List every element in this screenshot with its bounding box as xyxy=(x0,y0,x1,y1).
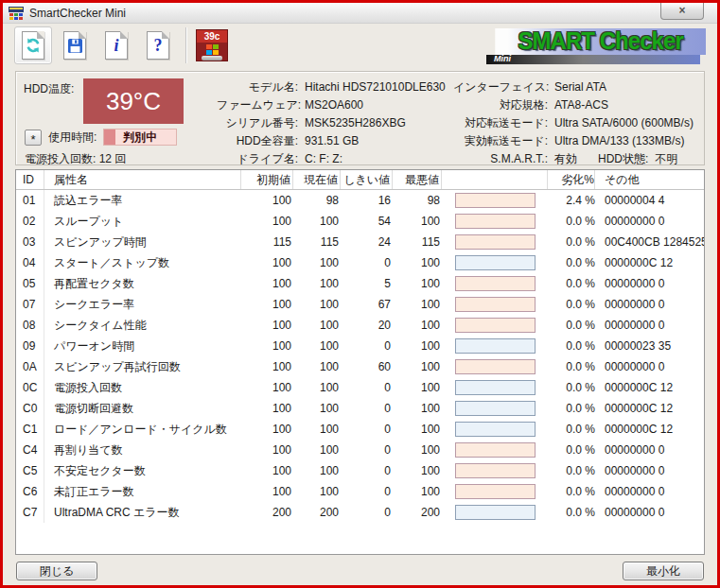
attr-worst: 115 xyxy=(393,235,442,249)
smart-attribute-row[interactable]: 05再配置セクタ数10010051000.0 %00000000 0 xyxy=(16,273,704,294)
minimize-button[interactable]: 最小化 xyxy=(623,562,704,580)
attr-threshold: 54 xyxy=(341,215,393,228)
attr-other: 0000000C 12 xyxy=(595,423,704,436)
disk-icon xyxy=(202,56,222,61)
usage-time-toggle-button[interactable]: * xyxy=(25,130,42,146)
window-title: SmartChecker Mini xyxy=(29,7,126,20)
attr-id: 03 xyxy=(16,232,44,252)
attr-name: スピンアップ再試行回数 xyxy=(44,359,241,375)
attr-health-bar-cell xyxy=(442,484,548,499)
column-header-threshold[interactable]: しきい値 xyxy=(341,170,393,189)
attr-threshold: 67 xyxy=(341,298,393,311)
refresh-button[interactable] xyxy=(14,26,52,64)
attr-threshold: 0 xyxy=(341,256,393,269)
attr-current: 100 xyxy=(293,423,341,436)
attr-degrade: 0.0 % xyxy=(548,360,595,373)
smart-attribute-row[interactable]: 09パワーオン時間10010001000.0 %00000023 35 xyxy=(16,336,704,356)
temperature-value: 39°C xyxy=(106,87,161,116)
model-label: モデル名: xyxy=(217,78,298,96)
attr-degrade: 0.0 % xyxy=(548,464,595,477)
table-body: 01読込エラー率1009816982.4 %00000004 402スループット… xyxy=(16,190,704,523)
attr-threshold: 16 xyxy=(341,194,393,207)
attr-current: 98 xyxy=(293,194,341,207)
capacity-value: 931.51 GB xyxy=(305,132,359,150)
attr-worst: 100 xyxy=(393,339,442,353)
model-value: Hitachi HDS721010DLE630 xyxy=(305,78,446,96)
attr-health-bar xyxy=(455,442,536,458)
attr-name: スピンアップ時間 xyxy=(44,234,241,251)
attr-health-bar-cell xyxy=(442,380,548,395)
footer: 閉じる 最小化 xyxy=(3,555,717,580)
attr-threshold: 0 xyxy=(341,506,393,519)
temperature-display: 39°C xyxy=(83,78,184,124)
attr-initial: 100 xyxy=(241,381,293,394)
column-header-id[interactable]: ID xyxy=(16,170,44,189)
attr-worst: 100 xyxy=(393,215,442,228)
attr-initial: 100 xyxy=(241,339,293,353)
smart-attribute-row[interactable]: 04スタート／ストップ数10010001000.0 %0000000C 12 xyxy=(16,252,704,273)
attr-current: 100 xyxy=(293,402,341,415)
smart-attribute-row[interactable]: 0Aスピンアップ再試行回数100100601000.0 %00000000 0 xyxy=(16,356,704,377)
attr-id: 08 xyxy=(16,315,44,336)
smart-attribute-row[interactable]: 08シークタイム性能100100201000.0 %00000000 0 xyxy=(16,315,704,336)
smart-attribute-row[interactable]: 0C電源投入回数10010001000.0 %0000000C 12 xyxy=(16,377,704,398)
smart-attribute-row[interactable]: C0電源切断回避数10010001000.0 %0000000C 12 xyxy=(16,398,704,419)
attr-initial: 100 xyxy=(241,215,293,228)
attr-id: 01 xyxy=(16,190,44,211)
standard-value: ATA8-ACS xyxy=(554,96,608,114)
column-header-bar_color[interactable] xyxy=(442,170,548,189)
smart-attribute-row[interactable]: 01読込エラー率1009816982.4 %00000004 4 xyxy=(16,190,704,211)
attr-current: 100 xyxy=(293,339,341,353)
attr-threshold: 0 xyxy=(341,423,393,436)
toolbar-separator xyxy=(185,27,187,63)
drives-value: C: F: Z: xyxy=(305,150,342,168)
attr-degrade: 0.0 % xyxy=(548,215,595,228)
attr-id: 02 xyxy=(16,211,44,232)
attr-other: 00000000 0 xyxy=(595,360,704,373)
save-button[interactable] xyxy=(56,26,94,64)
logo-subtitle: Mini xyxy=(486,55,700,64)
attr-id: C5 xyxy=(16,460,44,481)
attr-health-bar xyxy=(455,359,536,374)
attr-name: シークエラー率 xyxy=(44,297,241,313)
attr-initial: 100 xyxy=(241,485,293,498)
attr-current: 100 xyxy=(293,464,341,477)
smart-attribute-row[interactable]: 03スピンアップ時間115115241150.0 %00C400CB 12845… xyxy=(16,232,704,252)
column-header-initial[interactable]: 初期値 xyxy=(241,170,293,189)
attr-worst: 100 xyxy=(393,298,442,311)
smart-attribute-row[interactable]: C4再割り当て数10010001000.0 %00000000 0 xyxy=(16,440,704,460)
attr-other: 00000000 0 xyxy=(595,319,704,332)
column-header-other[interactable]: その他 xyxy=(595,170,704,189)
smart-attribute-row[interactable]: 07シークエラー率100100671000.0 %00000000 0 xyxy=(16,294,704,315)
attr-id: 0C xyxy=(16,377,44,398)
column-header-name[interactable]: 属性名 xyxy=(44,170,241,189)
firmware-label: ファームウェア: xyxy=(217,96,298,114)
smart-attribute-row[interactable]: 02スループット100100541000.0 %00000000 0 xyxy=(16,211,704,232)
column-header-current[interactable]: 現在値 xyxy=(293,170,341,189)
attr-name: パワーオン時間 xyxy=(44,338,241,355)
attr-health-bar xyxy=(455,484,536,499)
column-header-degrade[interactable]: 劣化% xyxy=(548,170,595,189)
smart-attribute-row[interactable]: C6未訂正エラー数10010001000.0 %00000000 0 xyxy=(16,481,704,502)
temp-label: HDD温度: xyxy=(24,81,74,97)
smart-attribute-row[interactable]: C7UltraDMA CRC エラー数20020002000.0 %000000… xyxy=(16,502,704,523)
smart-attribute-row[interactable]: C1ロード／アンロード・サイクル数10010001000.0 %0000000C… xyxy=(16,419,704,440)
info-button[interactable]: i xyxy=(97,26,135,64)
close-window-button[interactable]: × xyxy=(660,3,704,20)
attr-degrade: 0.0 % xyxy=(548,298,595,311)
smart-attribute-row[interactable]: C5不安定セクター数10010001000.0 %00000000 0 xyxy=(16,460,704,481)
capacity-label: HDD全容量: xyxy=(217,132,298,150)
column-header-worst[interactable]: 最悪値 xyxy=(393,170,442,189)
attr-worst: 98 xyxy=(393,194,442,207)
attr-id: C6 xyxy=(16,481,44,502)
attr-worst: 100 xyxy=(393,402,442,415)
close-button[interactable]: 閉じる xyxy=(16,562,97,580)
attr-current: 100 xyxy=(293,360,341,373)
attr-health-bar-cell xyxy=(442,442,548,458)
attr-threshold: 0 xyxy=(341,485,393,498)
attr-health-bar xyxy=(455,234,536,250)
attr-health-bar-cell xyxy=(442,422,548,437)
attr-current: 100 xyxy=(293,381,341,394)
temperature-tray-icon: 39c xyxy=(196,29,228,61)
help-button[interactable]: ? xyxy=(139,26,177,64)
